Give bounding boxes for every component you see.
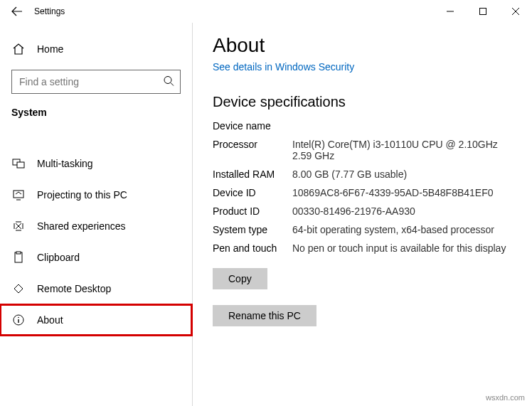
shared-experiences-icon — [11, 220, 26, 233]
svg-rect-6 — [16, 252, 21, 254]
sidebar-item-shared-experiences[interactable]: Shared experiences — [0, 210, 192, 242]
sidebar-item-remote-desktop[interactable]: Remote Desktop — [0, 273, 192, 304]
home-label: Home — [37, 43, 63, 55]
spec-row-product-id: Product ID 00330-81496-21976-AA930 — [213, 205, 518, 217]
sidebar-item-label: Projecting to this PC — [37, 189, 127, 201]
home-link[interactable]: Home — [0, 37, 192, 61]
copy-button[interactable]: Copy — [213, 268, 267, 289]
rename-pc-button[interactable]: Rename this PC — [213, 305, 316, 326]
search-input[interactable] — [12, 70, 180, 93]
spec-val: Intel(R) Core(TM) i3-10110U CPU @ 2.10GH… — [292, 139, 518, 161]
sidebar-item-label: Shared experiences — [37, 220, 126, 232]
multitasking-icon — [11, 157, 26, 170]
source-watermark: wsxdn.com — [486, 393, 525, 402]
spec-row-processor: Processor Intel(R) Core(TM) i3-10110U CP… — [213, 139, 518, 161]
sidebar-item-label: Multi-tasking — [37, 158, 93, 169]
close-button[interactable] — [499, 0, 532, 23]
sidebar-item-label: Remote Desktop — [37, 283, 111, 294]
spec-row-ram: Installed RAM 8.00 GB (7.77 GB usable) — [213, 169, 518, 180]
sidebar-item-about[interactable]: About — [0, 304, 192, 336]
device-specs-header: Device specifications — [213, 94, 518, 110]
spec-val: 64-bit operating system, x64-based proce… — [292, 224, 518, 235]
home-icon — [11, 43, 26, 55]
page-title: About — [213, 34, 518, 57]
spec-key: Pen and touch — [213, 242, 292, 254]
back-button[interactable] — [6, 0, 28, 23]
projecting-icon — [11, 188, 26, 201]
spec-key: Installed RAM — [213, 169, 292, 180]
spec-val: 8.00 GB (7.77 GB usable) — [292, 169, 518, 180]
svg-rect-3 — [17, 162, 24, 168]
spec-val: No pen or touch input is available for t… — [292, 242, 518, 254]
close-icon — [512, 8, 519, 15]
info-icon — [11, 314, 26, 326]
spec-val: 00330-81496-21976-AA930 — [292, 205, 518, 217]
spec-key: Device ID — [213, 187, 292, 198]
maximize-button[interactable] — [467, 0, 499, 23]
clipboard-icon — [11, 251, 26, 264]
device-specs-table: Device name Processor Intel(R) Core(TM) … — [213, 120, 518, 254]
spec-val: 10869AC8-6F67-4339-95AD-5B48F8B41EF0 — [292, 187, 518, 198]
svg-point-8 — [18, 317, 19, 319]
arrow-left-icon — [11, 6, 23, 17]
remote-desktop-icon — [11, 282, 26, 295]
sidebar-nav: Multi-tasking Projecting to this PC Shar… — [0, 148, 192, 336]
sidebar-section-header: System — [0, 107, 192, 125]
spec-key: System type — [213, 224, 292, 235]
minimize-icon — [447, 8, 454, 15]
windows-security-link[interactable]: See details in Windows Security — [213, 61, 354, 73]
sidebar-item-projecting[interactable]: Projecting to this PC — [0, 179, 192, 210]
spec-row-device-id: Device ID 10869AC8-6F67-4339-95AD-5B48F8… — [213, 187, 518, 198]
spec-val — [292, 120, 518, 132]
sidebar-item-label: Clipboard — [37, 252, 80, 263]
sidebar: Home System Multi-tasking Projecting to … — [0, 23, 192, 406]
window-title: Settings — [34, 6, 65, 16]
sidebar-item-clipboard[interactable]: Clipboard — [0, 242, 192, 273]
sidebar-item-label: About — [37, 314, 63, 326]
svg-rect-0 — [480, 9, 486, 15]
spec-row-system-type: System type 64-bit operating system, x64… — [213, 224, 518, 235]
search-box[interactable] — [11, 70, 181, 94]
spec-key: Device name — [213, 120, 292, 132]
minimize-button[interactable] — [434, 0, 467, 23]
maximize-icon — [479, 8, 486, 15]
window-controls — [434, 0, 532, 23]
spec-key: Product ID — [213, 205, 292, 217]
titlebar: Settings — [0, 0, 532, 23]
main-pane: About See details in Windows Security De… — [192, 23, 532, 406]
sidebar-item-multi-tasking[interactable]: Multi-tasking — [0, 148, 192, 179]
spec-row-pen-touch: Pen and touch No pen or touch input is a… — [213, 242, 518, 254]
spec-row-device-name: Device name — [213, 120, 518, 132]
spec-key: Processor — [213, 139, 292, 161]
